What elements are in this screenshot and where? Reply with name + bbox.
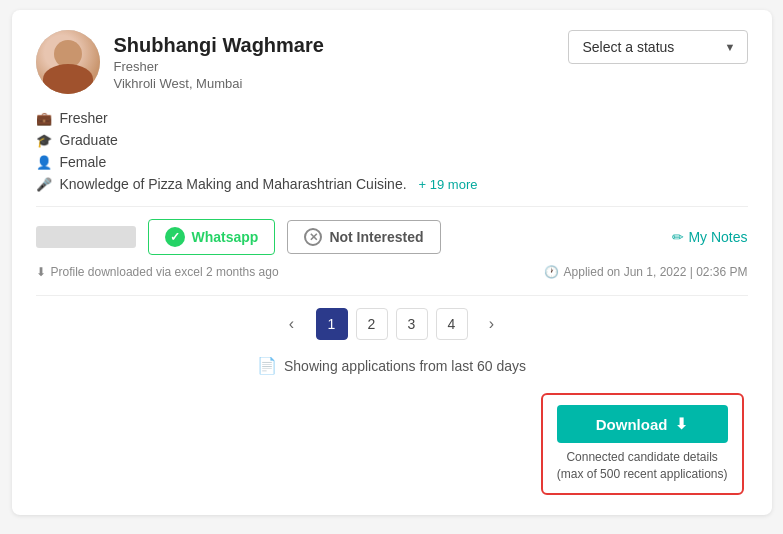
download-sub-text: Connected candidate details(max of 500 r… [557,449,728,483]
download-box: Download ⬇ Connected candidate details(m… [541,393,744,495]
mic-icon: 🎤 [36,176,52,192]
download-icon: ⬇ [675,415,688,433]
footer-row: ⬇ Profile downloaded via excel 2 months … [36,265,748,279]
not-interested-label: Not Interested [329,229,423,245]
avatar [36,30,100,94]
showing-text: Showing applications from last 60 days [284,358,526,374]
attribute-row-gender: 👤 Female [36,154,748,170]
attribute-row-education: 🎓 Graduate [36,132,748,148]
profile-left: Shubhangi Waghmare Fresher Vikhroli West… [36,30,324,94]
pagination-prev[interactable]: ‹ [276,308,308,340]
profile-info: Shubhangi Waghmare Fresher Vikhroli West… [114,34,324,91]
clock-icon: 🕐 [544,265,559,279]
profile-header: Shubhangi Waghmare Fresher Vikhroli West… [36,30,748,94]
pagination: ‹ 1 2 3 4 › [36,308,748,340]
attr-graduate: Graduate [60,132,118,148]
pagination-page-2[interactable]: 2 [356,308,388,340]
briefcase-icon: 💼 [36,110,52,126]
attr-female: Female [60,154,107,170]
status-dropdown[interactable]: Select a status Shortlisted Rejected On … [568,30,748,64]
attributes-section: 💼 Fresher 🎓 Graduate 👤 Female 🎤 Knowledg… [36,110,748,192]
pagination-page-1[interactable]: 1 [316,308,348,340]
attribute-row-fresher: 💼 Fresher [36,110,748,126]
phone-placeholder [36,226,136,248]
pencil-icon: ✏ [672,229,684,245]
graduation-icon: 🎓 [36,132,52,148]
status-select-container: Select a status Shortlisted Rejected On … [568,30,748,64]
attribute-row-skills: 🎤 Knowledge of Pizza Making and Maharash… [36,176,748,192]
more-skills-link[interactable]: + 19 more [419,177,478,192]
candidate-level: Fresher [114,59,324,74]
person-icon: 👤 [36,154,52,170]
divider-1 [36,206,748,207]
download-label: Download [596,416,668,433]
candidate-card: Shubhangi Waghmare Fresher Vikhroli West… [12,10,772,515]
applied-info-text: Applied on Jun 1, 2022 | 02:36 PM [564,265,748,279]
candidate-name: Shubhangi Waghmare [114,34,324,57]
pagination-page-4[interactable]: 4 [436,308,468,340]
download-button[interactable]: Download ⬇ [557,405,728,443]
whatsapp-label: Whatsapp [192,229,259,245]
download-info-text: Profile downloaded via excel 2 months ag… [51,265,279,279]
status-select-wrapper: Select a status Shortlisted Rejected On … [568,30,748,64]
pagination-next[interactable]: › [476,308,508,340]
whatsapp-icon: ✓ [165,227,185,247]
attr-skills: Knowledge of Pizza Making and Maharashtr… [60,176,407,192]
footer-left: ⬇ Profile downloaded via excel 2 months … [36,265,279,279]
actions-row: ✓ Whatsapp ✕ Not Interested ✏ My Notes [36,219,748,255]
not-interested-button[interactable]: ✕ Not Interested [287,220,440,254]
download-section: Download ⬇ Connected candidate details(m… [36,393,748,495]
footer-right: 🕐 Applied on Jun 1, 2022 | 02:36 PM [544,265,748,279]
showing-row: 📄 Showing applications from last 60 days [36,356,748,375]
pagination-page-3[interactable]: 3 [396,308,428,340]
attr-fresher: Fresher [60,110,108,126]
candidate-location: Vikhroli West, Mumbai [114,76,324,91]
divider-2 [36,295,748,296]
my-notes-label: My Notes [688,229,747,245]
whatsapp-button[interactable]: ✓ Whatsapp [148,219,276,255]
my-notes-link[interactable]: ✏ My Notes [672,229,747,245]
x-icon: ✕ [304,228,322,246]
document-icon: 📄 [257,356,277,375]
download-arrow-icon: ⬇ [36,265,46,279]
